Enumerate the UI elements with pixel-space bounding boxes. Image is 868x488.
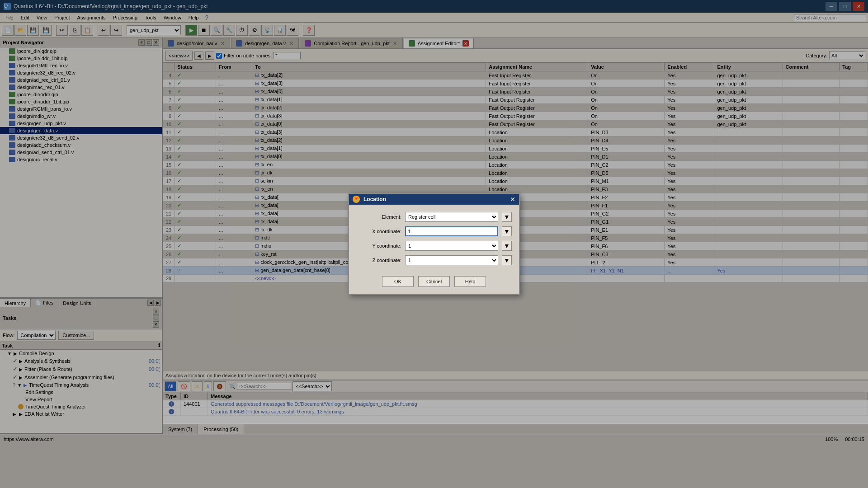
- z-coord-row: Z coordinate: 1 ▼: [356, 255, 512, 265]
- help-dialog-button[interactable]: Help: [454, 276, 486, 287]
- dialog-close-button[interactable]: ✕: [510, 196, 515, 203]
- dialog-titlebar: 📍 Location ✕: [349, 194, 519, 205]
- y-coord-dropdown-button[interactable]: ▼: [502, 241, 512, 251]
- element-row: Element: Register cell ▼: [356, 212, 512, 222]
- x-coord-row: X coordinate: ▼: [356, 226, 512, 236]
- element-select[interactable]: Register cell: [405, 212, 498, 222]
- y-coord-row: Y coordinate: 1 ▼: [356, 241, 512, 251]
- modal-overlay: 📍 Location ✕ Element: Register cell ▼ X …: [0, 0, 868, 488]
- x-coord-dropdown-button[interactable]: ▼: [502, 226, 512, 236]
- x-coord-input[interactable]: [405, 226, 498, 236]
- cancel-button[interactable]: Cancel: [418, 276, 450, 287]
- dialog-icon: 📍: [353, 196, 360, 203]
- x-coord-label: X coordinate:: [356, 229, 401, 234]
- dialog-content: Element: Register cell ▼ X coordinate: ▼…: [349, 205, 519, 272]
- z-coord-label: Z coordinate:: [356, 258, 401, 263]
- element-label: Element:: [356, 214, 401, 220]
- ok-button[interactable]: OK: [382, 276, 414, 287]
- z-coord-select[interactable]: 1: [405, 255, 498, 265]
- dialog-buttons: OK Cancel Help: [349, 272, 519, 294]
- dialog-title: Location: [363, 196, 386, 202]
- y-coord-select[interactable]: 1: [405, 241, 498, 251]
- element-dropdown-button[interactable]: ▼: [502, 212, 512, 222]
- location-dialog: 📍 Location ✕ Element: Register cell ▼ X …: [348, 193, 520, 295]
- z-coord-dropdown-button[interactable]: ▼: [502, 255, 512, 265]
- y-coord-label: Y coordinate:: [356, 243, 401, 249]
